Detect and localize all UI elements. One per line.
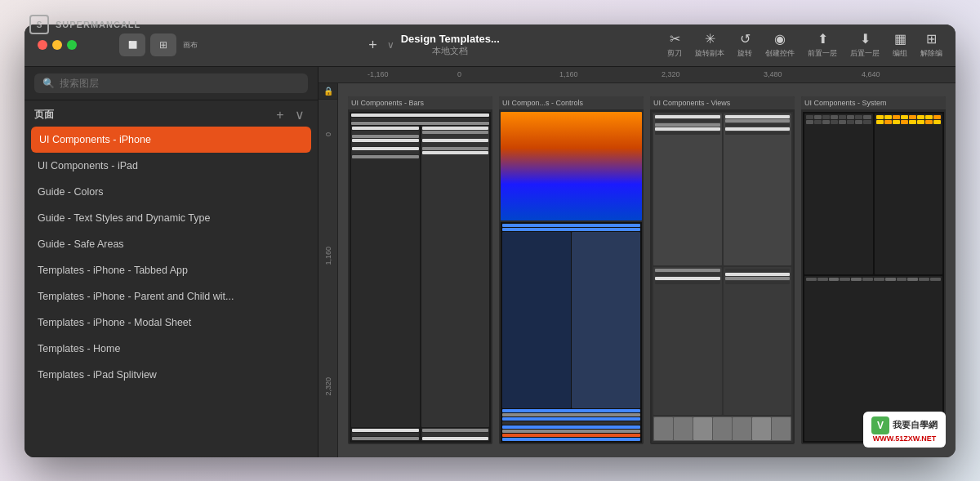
sidebar-item-guide-safe[interactable]: Guide - Safe Areas [24,231,318,257]
brand-name: SUPERMANCALL [56,20,140,29]
chevron-button[interactable]: ∨ [387,39,394,51]
sidebar-section-header: 页面 + ∨ [24,100,318,127]
sidebar-item-label: Templates - Home [38,343,120,354]
ruler-mark-2320: 2,320 [662,70,680,78]
canvas-view-button[interactable]: ⬜ [119,33,145,56]
cut-icon: ✂ [670,31,680,47]
frame-ui-controls: UI Compon...s - Controls [499,96,644,444]
title-bar: ⬜ ⊞ 画布 + ∨ Design Templates... 本地文档 ✂ 剪刀… [24,24,956,67]
ungroup-icon: ⊞ [926,31,937,47]
grid-view-button[interactable]: ⊞ [150,33,176,56]
sidebar-item-label: Templates - iPhone - Modal Sheet [38,317,191,328]
ungroup-action[interactable]: ⊞ 解除编 [920,31,942,59]
doc-title-area: Design Templates... 本地文档 [401,33,500,57]
sidebar-item-label: Templates - iPad Splitview [38,369,157,381]
pages-section-label: 页面 [34,108,54,122]
group-label: 编组 [893,48,907,59]
frame-views-body [650,110,795,444]
ruler-mark-v-1160: 1,160 [324,247,332,265]
frame-controls-label: UI Compon...s - Controls [499,96,644,109]
app-window: ⬜ ⊞ 画布 + ∨ Design Templates... 本地文档 ✂ 剪刀… [24,24,956,457]
ruler-mark-4640: 4,640 [862,70,880,78]
ruler-mark-3480: 3,480 [764,70,782,78]
sidebar-item-guide-colors[interactable]: Guide - Colors [24,179,318,205]
frame-bars-label: UI Components - Bars [348,96,492,109]
minimize-button[interactable] [52,40,62,50]
create-control-label: 创建控件 [765,48,795,59]
canvas-area[interactable]: -1,160 0 1,160 2,320 3,480 4,640 🔒 0 1,1… [318,67,956,457]
sidebar-item-tmpl-tabbed[interactable]: Templates - iPhone - Tabbed App [24,257,318,283]
sidebar-item-guide-text[interactable]: Guide - Text Styles and Dynamic Type [24,205,318,231]
frame-bars-body [348,110,492,444]
forward-icon: ⬆ [817,31,828,47]
sidebar-search-area: 🔍 [24,67,318,100]
sidebar-item-label: Guide - Text Styles and Dynamic Type [38,212,210,224]
add-button[interactable]: + [365,37,381,54]
watermark-top: V 我要自學網 [871,416,938,434]
frame-system-label: UI Components - System [801,96,946,109]
create-control-icon: ◉ [774,31,786,47]
ruler-vertical: 🔒 0 1,160 2,320 [318,83,338,457]
frame-system-body [801,110,946,444]
ruler-mark-neg1160: -1,160 [368,70,389,78]
rotate-copy-icon: ✳ [705,31,715,47]
toolbar-actions: ✂ 剪刀 ✳ 旋转副本 ↺ 旋转 ◉ 创建控件 ⬆ 前置一层 ⬇ 后置一层 [667,31,942,59]
rotate-copy-label: 旋转副本 [695,48,724,59]
ruler-mark-1160: 1,160 [559,70,578,78]
ruler-mark-0: 0 [457,70,461,78]
sidebar-item-tmpl-parent[interactable]: Templates - iPhone - Parent and Child wi… [24,283,318,310]
search-icon: 🔍 [42,78,55,89]
sidebar-item-label: Templates - iPhone - Parent and Child wi… [38,291,234,302]
toolbar-center: + ∨ Design Templates... 本地文档 [207,33,657,57]
sidebar-item-label: UI Components - iPad [38,160,138,171]
create-control-action[interactable]: ◉ 创建控件 [765,31,795,59]
sidebar-item-ui-iphone[interactable]: UI Components - iPhone [31,127,311,153]
rotate-icon: ↺ [740,31,751,47]
sidebar: 🔍 页面 + ∨ UI Components - iPhone UI Compo… [24,67,318,457]
watermark-icon-text: V [877,420,884,431]
sidebar-item-label: UI Components - iPhone [39,134,151,145]
search-input[interactable] [60,78,300,89]
canvas-content[interactable]: UI Components - Bars [338,83,956,457]
view-label: 画布 [183,40,198,51]
sidebar-item-tmpl-ipad[interactable]: Templates - iPad Splitview [24,362,318,388]
cut-action[interactable]: ✂ 剪刀 [667,31,682,59]
sidebar-item-ui-ipad[interactable]: UI Components - iPad [24,153,318,179]
sidebar-pages-list: UI Components - iPhone UI Components - i… [24,127,318,457]
ruler-mark-v-2320: 2,320 [324,377,332,396]
doc-subtitle: 本地文档 [432,45,468,57]
add-page-button[interactable]: + [272,107,288,123]
group-icon: ▦ [894,31,906,47]
sidebar-item-tmpl-home[interactable]: Templates - Home [24,336,318,362]
main-content: 🔍 页面 + ∨ UI Components - iPhone UI Compo… [24,67,956,457]
sidebar-item-label: Guide - Safe Areas [38,238,124,250]
brand-logo-text: S [37,20,42,29]
rotate-label: 旋转 [737,48,752,59]
sidebar-item-tmpl-modal[interactable]: Templates - iPhone - Modal Sheet [24,310,318,336]
fullscreen-button[interactable] [67,40,77,50]
close-button[interactable] [38,40,47,50]
backward-action[interactable]: ⬇ 后置一层 [850,31,880,59]
group-action[interactable]: ▦ 编组 [893,31,907,59]
collapse-pages-button[interactable]: ∨ [292,107,308,123]
canvas-frames-grid: UI Components - Bars [338,83,956,457]
ruler-mark-v-0: 0 [324,132,332,136]
frame-ui-views: UI Components - Views [650,96,795,444]
search-input-wrap[interactable]: 🔍 [34,73,308,93]
section-controls: + ∨ [272,107,308,123]
traffic-lights [38,40,77,50]
frame-controls-body [499,110,644,444]
ungroup-label: 解除编 [920,48,942,59]
rotate-action[interactable]: ↺ 旋转 [737,31,752,59]
backward-icon: ⬇ [860,31,871,47]
brand-header: S SUPERMANCALL [29,15,140,34]
brand-logo: S [29,15,49,34]
frame-ui-bars: UI Components - Bars [348,96,492,444]
sidebar-item-label: Guide - Colors [38,186,104,198]
sidebar-item-label: Templates - iPhone - Tabbed App [38,265,188,276]
forward-action[interactable]: ⬆ 前置一层 [808,31,837,59]
watermark: V 我要自學網 WWW.51ZXW.NET [863,412,946,448]
backward-label: 后置一层 [850,48,880,59]
rotate-copy-action[interactable]: ✳ 旋转副本 [695,31,724,59]
watermark-icon: V [871,416,889,434]
